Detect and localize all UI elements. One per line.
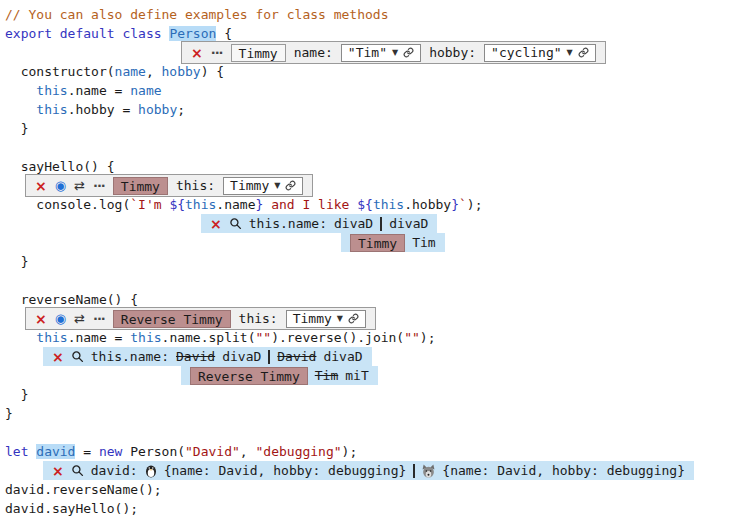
code-text: , (146, 64, 162, 79)
code-text: } (5, 406, 13, 421)
blank-line (5, 138, 749, 157)
template-string: and I like (263, 197, 357, 212)
chevron-down-icon: ▼ (392, 43, 398, 62)
code-text: .hobby = (68, 102, 138, 117)
object-value-left: {name: David, hobby: debugging} (164, 461, 407, 480)
reversename-example-widget: × ◉ ⇄ ··· Reverse Timmy this: Timmy ▼ (25, 307, 376, 330)
interp-open: ${ (357, 197, 373, 212)
string-literal: "" (255, 330, 271, 345)
sayhello-example-widget-row: × ◉ ⇄ ··· Timmy this: Timmy ▼ (5, 176, 749, 195)
search-icon[interactable] (71, 350, 84, 363)
david-value-popup-row: × david: {name: David, hobby: debugging}… (5, 461, 749, 480)
name-value-dropdown[interactable]: "Tim" ▼ (341, 44, 421, 62)
example-old-value: Tim (315, 366, 338, 385)
this-value-dropdown[interactable]: Timmy ▼ (286, 310, 366, 328)
keyword-export-default-class: export default class (5, 26, 169, 41)
more-options-icon[interactable]: ··· (211, 46, 223, 59)
param-label-hobby: hobby: (429, 43, 476, 62)
toggle-icon[interactable]: ◉ (55, 179, 66, 192)
sayhello-example-result-row: Timmy Tim (5, 233, 749, 252)
inline-value-popup: × this.name: divaD divaD (201, 214, 437, 233)
link-icon[interactable] (578, 47, 589, 58)
value-right: divaD (389, 214, 428, 233)
dropdown-value: "Tim" (348, 43, 387, 62)
close-icon[interactable]: × (191, 46, 203, 60)
link-icon[interactable] (285, 180, 296, 191)
inline-value-popup: × this.name: David divaD David divaD (43, 347, 372, 366)
template-string: ` (459, 197, 467, 212)
this-label: this: (176, 176, 215, 195)
code-text: = (75, 444, 98, 459)
var-name: name (130, 83, 161, 98)
penguin-icon (145, 464, 157, 478)
close-icon[interactable]: × (52, 350, 64, 364)
code-text (5, 330, 36, 345)
code-text (5, 83, 36, 98)
inline-value-popup: × david: {name: David, hobby: debugging}… (43, 461, 694, 480)
watched-expression-label: david: (91, 461, 138, 480)
example-chip-timmy[interactable]: Timmy (350, 234, 405, 252)
param-name: name (115, 64, 146, 79)
hobby-value-dropdown[interactable]: "cycling" ▼ (484, 44, 596, 62)
code-line-close-brace: } (5, 385, 749, 404)
value-left: divaD (334, 214, 373, 233)
this-keyword: this (185, 197, 216, 212)
code-line-close-brace: } (5, 252, 749, 271)
inline-value-popup: Timmy Tim (341, 233, 445, 252)
sayhello-example-widget: × ◉ ⇄ ··· Timmy this: Timmy ▼ (25, 174, 313, 197)
inline-value-popup: Reverse Timmy Tim miT (181, 366, 378, 385)
this-keyword: this (36, 330, 67, 345)
this-value-dropdown[interactable]: Timmy ▼ (223, 177, 303, 195)
class-example-widget: × ··· Timmy name: "Tim" ▼ hobby: "cyclin… (181, 41, 606, 64)
swap-icon[interactable]: ⇄ (74, 179, 85, 192)
blank-line (5, 271, 749, 290)
code-text: , (240, 444, 256, 459)
watched-expression-label: this.name: (249, 214, 327, 233)
code-line-call-reversename: david.reverseName(); (5, 480, 749, 499)
var-david-highlighted: david (36, 444, 75, 459)
old-value-right: David (277, 347, 316, 366)
this-keyword: this (36, 102, 67, 117)
code-text: reverseName() { (5, 292, 138, 307)
reversename-example-widget-row: × ◉ ⇄ ··· Reverse Timmy this: Timmy ▼ (5, 309, 749, 328)
code-line-comment: // You can also define examples for clas… (5, 5, 749, 24)
code-text: .name.split( (162, 330, 256, 345)
example-button-timmy-selected[interactable]: Timmy (113, 177, 168, 195)
value-divider (380, 217, 382, 231)
code-text: ); (342, 444, 358, 459)
code-text: constructor( (5, 64, 115, 79)
code-text: .name = (68, 83, 131, 98)
code-text: .name = (68, 330, 131, 345)
value-divider (268, 350, 270, 364)
code-text: ); (467, 197, 483, 212)
close-icon[interactable]: × (35, 312, 47, 326)
link-icon[interactable] (403, 47, 414, 58)
dropdown-value: Timmy (293, 309, 332, 328)
link-icon[interactable] (348, 313, 359, 324)
param-label-name: name: (294, 43, 333, 62)
swap-icon[interactable]: ⇄ (74, 312, 85, 325)
keyword-let: let (5, 444, 36, 459)
this-keyword: this (373, 197, 404, 212)
more-options-icon[interactable]: ··· (93, 179, 105, 192)
interp-open: ${ (169, 197, 185, 212)
search-icon[interactable] (71, 464, 84, 477)
toggle-icon[interactable]: ◉ (55, 312, 66, 325)
more-options-icon[interactable]: ··· (93, 312, 105, 325)
object-value-right: {name: David, hobby: debugging} (442, 461, 685, 480)
code-text: sayHello() { (5, 159, 115, 174)
this-keyword: this (36, 83, 67, 98)
close-icon[interactable]: × (35, 179, 47, 193)
example-button-reverse-timmy[interactable]: Reverse Timmy (113, 310, 231, 328)
close-icon[interactable]: × (210, 217, 222, 231)
example-new-value: miT (345, 366, 368, 385)
chevron-down-icon: ▼ (337, 309, 343, 328)
example-chip-reverse-timmy[interactable]: Reverse Timmy (190, 367, 308, 385)
close-icon[interactable]: × (52, 464, 64, 478)
code-text: } (5, 254, 28, 269)
code-text: .name (216, 197, 255, 212)
example-button-timmy[interactable]: Timmy (231, 44, 286, 62)
search-icon[interactable] (229, 217, 242, 230)
code-text: ; (177, 102, 185, 117)
class-example-widget-row: × ··· Timmy name: "Tim" ▼ hobby: "cyclin… (5, 43, 749, 62)
